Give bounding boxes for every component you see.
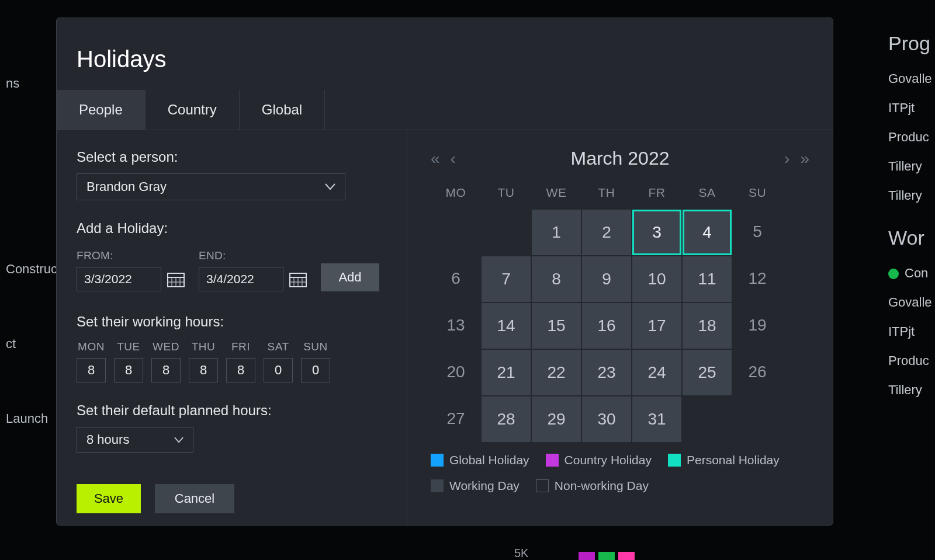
calendar-day[interactable]: 18 [683, 303, 732, 349]
tab-country[interactable]: Country [146, 90, 240, 130]
bg-left-list: ns Construc ct Launch [0, 0, 58, 560]
calendar-day[interactable]: 11 [683, 256, 732, 302]
working-hours-day: WED [151, 340, 181, 382]
tabs: People Country Global [57, 90, 833, 130]
calendar-dow: SA [682, 180, 732, 209]
calendar-day[interactable]: 2 [582, 210, 631, 255]
chevron-down-icon [174, 437, 183, 443]
calendar-day[interactable]: 17 [632, 303, 681, 349]
working-hours-day-label: FRI [231, 340, 250, 353]
legend-swatch-icon [536, 479, 549, 492]
calendar-dow: SU [732, 180, 782, 209]
from-date-input[interactable]: 3/3/2022 [77, 267, 161, 291]
bg-left-item: ct [0, 336, 58, 352]
person-select[interactable]: Brandon Gray [77, 173, 345, 200]
working-hours-day: MON [77, 340, 106, 382]
calendar-day[interactable]: 29 [532, 396, 581, 442]
calendar-day[interactable]: 23 [582, 350, 631, 395]
calendar-day[interactable]: 5 [732, 209, 782, 255]
bg-left-item: Construc [0, 262, 58, 277]
working-hours-day: SUN [301, 340, 330, 382]
bg-right-panel: Prog Govalle ITPjt Produc Tillery Tiller… [888, 0, 935, 560]
legend-country: Country Holiday [546, 453, 652, 467]
calendar-day[interactable]: 13 [431, 302, 481, 348]
calendar-next-year-icon[interactable]: » [800, 149, 809, 168]
calendar-icon[interactable] [289, 271, 307, 287]
bg-right-item: ITPjt [888, 100, 935, 116]
end-label: END: [199, 249, 307, 262]
person-select-value: Brandon Gray [86, 179, 167, 194]
calendar-day[interactable]: 25 [683, 350, 732, 395]
calendar-dow: FR [632, 180, 682, 209]
bg-left-item: ns [0, 76, 58, 91]
legend-swatch-icon [546, 454, 559, 467]
calendar-title: March 2022 [571, 148, 670, 169]
working-hours-input[interactable] [226, 358, 255, 382]
calendar-day[interactable]: 14 [482, 303, 531, 349]
working-hours-input[interactable] [77, 358, 106, 382]
working-hours-day: SAT [264, 340, 293, 382]
calendar-day[interactable]: 31 [632, 396, 681, 442]
calendar-day[interactable]: 1 [532, 210, 581, 255]
add-holiday-label: Add a Holiday: [77, 220, 387, 236]
calendar-day[interactable]: 8 [532, 256, 581, 302]
calendar-day[interactable]: 12 [732, 256, 782, 301]
calendar-day[interactable]: 21 [482, 350, 531, 395]
calendar-day[interactable]: 28 [482, 396, 531, 442]
calendar-prev-month-icon[interactable]: ‹ [451, 149, 456, 168]
calendar-day[interactable]: 27 [431, 396, 481, 441]
calendar-icon[interactable] [167, 271, 185, 287]
bg-right-item: ITPjt [888, 324, 935, 339]
bg-right-item: Govalle [888, 71, 935, 86]
bg-right-item: Govalle [888, 295, 935, 310]
calendar-day [481, 209, 531, 255]
working-hours-input[interactable] [301, 358, 330, 382]
calendar-day[interactable]: 24 [632, 350, 681, 395]
calendar-dow: MO [431, 180, 481, 209]
calendar-day[interactable]: 9 [582, 256, 631, 302]
calendar-day[interactable]: 19 [732, 302, 782, 348]
cancel-button[interactable]: Cancel [155, 484, 234, 513]
bg-chart-swatches [579, 552, 635, 560]
bg-right-item: Produc [888, 130, 935, 145]
end-date-input[interactable]: 3/4/2022 [199, 267, 283, 291]
calendar-day[interactable]: 6 [431, 256, 481, 301]
calendar-day[interactable]: 20 [431, 349, 481, 395]
calendar-day[interactable]: 4 [683, 210, 732, 255]
chevron-down-icon [325, 183, 335, 190]
working-hours-row: MONTUEWEDTHUFRISATSUN [77, 340, 387, 382]
calendar-day[interactable]: 3 [632, 210, 681, 255]
calendar-day[interactable]: 15 [532, 303, 581, 349]
calendar-day[interactable]: 16 [582, 303, 631, 349]
working-hours-day-label: SUN [303, 340, 328, 353]
working-hours-input[interactable] [114, 358, 143, 382]
person-label: Select a person: [77, 149, 387, 165]
working-hours-label: Set their working hours: [77, 314, 387, 330]
calendar-pane: « ‹ March 2022 › » MOTUWETHFRSASU1234567… [407, 130, 833, 525]
bg-axis-tick: 5K [514, 547, 528, 560]
calendar-day[interactable]: 26 [732, 349, 782, 395]
planned-hours-select[interactable]: 8 hours [77, 427, 193, 453]
tab-people[interactable]: People [57, 90, 146, 130]
working-hours-input[interactable] [189, 358, 218, 382]
calendar-prev-year-icon[interactable]: « [431, 149, 440, 168]
planned-hours-value: 8 hours [86, 432, 129, 447]
calendar-day[interactable]: 10 [632, 256, 681, 302]
calendar-day[interactable]: 22 [532, 350, 581, 395]
calendar-day[interactable]: 7 [482, 256, 531, 302]
working-hours-day-label: WED [153, 340, 179, 353]
save-button[interactable]: Save [77, 484, 141, 513]
calendar-next-month-icon[interactable]: › [784, 149, 789, 168]
calendar-grid: MOTUWETHFRSASU12345678910111213141516171… [431, 180, 809, 443]
bg-right-heading: Wor [888, 227, 935, 249]
bg-right-item: Produc [888, 353, 935, 368]
add-button[interactable]: Add [321, 263, 379, 291]
calendar-dow: TH [581, 180, 632, 209]
tab-global[interactable]: Global [240, 90, 325, 130]
planned-hours-label: Set their default planned hours: [77, 402, 387, 419]
working-hours-input[interactable] [264, 358, 293, 382]
legend-swatch-icon [431, 454, 444, 467]
calendar-day[interactable]: 30 [582, 396, 631, 442]
working-hours-input[interactable] [151, 358, 181, 382]
working-hours-day: FRI [226, 340, 255, 382]
